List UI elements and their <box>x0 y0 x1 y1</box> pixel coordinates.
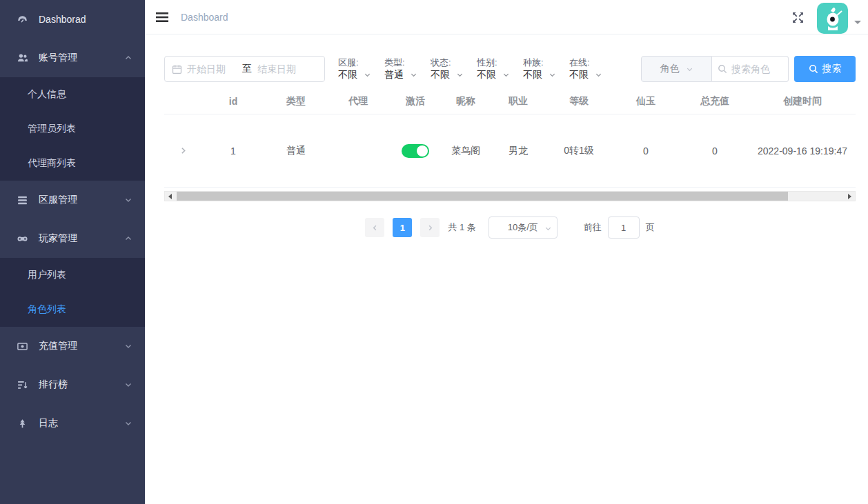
col-id: id <box>201 96 265 107</box>
sidebar-item-role-list[interactable]: 角色列表 <box>0 292 145 327</box>
goto-unit-label: 页 <box>646 221 655 234</box>
search-category-select[interactable]: 角色 <box>641 56 712 82</box>
horizontal-scrollbar[interactable] <box>164 191 856 201</box>
pagination: 1 共 1 条 10条/页 前往 页 <box>164 216 856 239</box>
sidebar-item-user-list[interactable]: 用户列表 <box>0 258 145 292</box>
cell-id: 1 <box>201 145 265 157</box>
col-type: 类型 <box>265 95 327 108</box>
sidebar-item-account-management[interactable]: 账号管理 <box>0 39 145 77</box>
sidebar-item-label: Dashborad <box>39 14 86 25</box>
sidebar-item-player-management[interactable]: 玩家管理 <box>0 219 145 258</box>
page-size-select[interactable]: 10条/页 <box>489 216 558 239</box>
users-icon <box>17 52 28 64</box>
breadcrumb: Dashboard <box>181 12 228 23</box>
scroll-left-icon[interactable] <box>165 192 175 201</box>
sidebar: Dashborad 账号管理 个人信息 管理员列表 代理商列表 <box>0 0 145 504</box>
filter-select-gender[interactable]: 性别: 不限 <box>477 57 510 81</box>
sidebar-item-zone-management[interactable]: 区服管理 <box>0 181 145 219</box>
col-level: 等级 <box>546 95 611 108</box>
chevron-left-icon <box>371 224 379 232</box>
search-input[interactable] <box>731 63 780 74</box>
chevron-down-icon <box>595 71 602 79</box>
rank-icon <box>17 379 28 391</box>
filter-select-status[interactable]: 状态: 不限 <box>431 57 464 81</box>
col-job: 职业 <box>490 95 546 108</box>
col-created-at: 创建时间 <box>749 95 856 108</box>
money-icon <box>17 341 28 352</box>
topbar: Dashboard <box>145 0 868 34</box>
next-page-button[interactable] <box>420 218 440 237</box>
filter-select-zone[interactable]: 区服: 不限 <box>338 57 371 81</box>
chevron-down-icon <box>456 71 464 79</box>
server-icon <box>17 194 28 206</box>
cell-job: 男龙 <box>490 145 546 157</box>
sidebar-item-admin-list[interactable]: 管理员列表 <box>0 112 145 146</box>
cell-type: 普通 <box>265 145 327 157</box>
col-active: 激活 <box>389 95 442 108</box>
cell-created-at: 2022-09-16 19:19:47 <box>749 145 856 157</box>
sidebar-item-personal-info[interactable]: 个人信息 <box>0 77 145 112</box>
search-icon <box>809 64 818 74</box>
end-date-input[interactable] <box>257 63 307 74</box>
filter-select-race[interactable]: 种族: 不限 <box>523 57 556 81</box>
col-nickname: 昵称 <box>442 95 490 108</box>
chevron-right-icon <box>426 224 434 232</box>
avatar[interactable] <box>817 3 848 34</box>
sidebar-item-agent-list[interactable]: 代理商列表 <box>0 146 145 181</box>
calendar-icon <box>172 64 182 74</box>
total-count-label: 共 1 条 <box>448 221 475 234</box>
chevron-down-icon <box>549 71 556 79</box>
chevron-down-icon <box>544 225 552 232</box>
chevron-down-icon <box>124 419 132 427</box>
filter-select-type[interactable]: 类型: 普通 <box>384 57 417 81</box>
chevron-down-icon <box>410 71 417 79</box>
date-range-picker[interactable]: 至 <box>164 56 325 82</box>
goto-page-input[interactable] <box>608 216 640 239</box>
log-icon <box>17 418 28 430</box>
search-group: 角色 搜索 <box>641 56 856 82</box>
sidebar-item-logs[interactable]: 日志 <box>0 404 145 443</box>
submenu-account-management: 个人信息 管理员列表 代理商列表 <box>0 77 145 181</box>
sidebar-item-leaderboard[interactable]: 排行榜 <box>0 365 145 404</box>
col-jade: 仙玉 <box>611 95 680 108</box>
sidebar-item-recharge-management[interactable]: 充值管理 <box>0 327 145 365</box>
main-content: 至 区服: 不限 类型: 普通 状态: 不限 <box>145 34 868 504</box>
search-icon <box>718 64 727 74</box>
chevron-down-icon <box>124 381 132 389</box>
chevron-up-icon <box>124 54 132 62</box>
search-input-wrap <box>712 56 789 82</box>
prev-page-button[interactable] <box>365 218 384 237</box>
cell-level: 0转1级 <box>546 145 611 157</box>
chevron-down-icon <box>686 65 693 73</box>
chevron-down-icon <box>364 71 371 79</box>
chevron-down-icon <box>124 342 132 350</box>
topbar-actions <box>791 0 861 34</box>
page-number-1[interactable]: 1 <box>393 218 412 237</box>
row-expand-icon[interactable] <box>179 146 188 155</box>
sidebar-item-label: 账号管理 <box>39 52 77 64</box>
col-agent: 代理 <box>327 95 389 108</box>
chevron-up-icon <box>124 234 132 243</box>
scroll-right-icon[interactable] <box>845 192 855 201</box>
date-range-separator: 至 <box>242 63 252 75</box>
active-toggle[interactable] <box>402 144 429 158</box>
search-button[interactable]: 搜索 <box>794 56 856 82</box>
fullscreen-icon[interactable] <box>791 11 805 24</box>
cell-nickname: 菜鸟阁 <box>442 145 490 157</box>
submenu-player-management: 用户列表 角色列表 <box>0 258 145 327</box>
app-window: Dashborad 账号管理 个人信息 管理员列表 代理商列表 <box>0 0 868 504</box>
sidebar-item-dashboard[interactable]: Dashborad <box>0 0 145 39</box>
scrollbar-thumb[interactable] <box>177 192 788 201</box>
table-header: id 类型 代理 激活 昵称 职业 等级 仙玉 总充值 创建时间 <box>164 88 856 114</box>
start-date-input[interactable] <box>187 63 237 74</box>
avatar-caret-down-icon[interactable] <box>854 21 861 24</box>
cell-total-recharge: 0 <box>680 145 749 157</box>
filter-select-online[interactable]: 在线: 不限 <box>569 57 602 81</box>
goto-label: 前往 <box>584 221 602 234</box>
hamburger-menu-icon[interactable] <box>155 10 170 25</box>
col-total-recharge: 总充值 <box>680 95 749 108</box>
chevron-down-icon <box>502 71 510 79</box>
table-row: 1 普通 菜鸟阁 男龙 0转1级 0 0 2022-09-16 19:19:47 <box>164 114 856 188</box>
filter-bar: 至 区服: 不限 类型: 普通 状态: 不限 <box>164 56 856 82</box>
chevron-down-icon <box>124 196 132 204</box>
